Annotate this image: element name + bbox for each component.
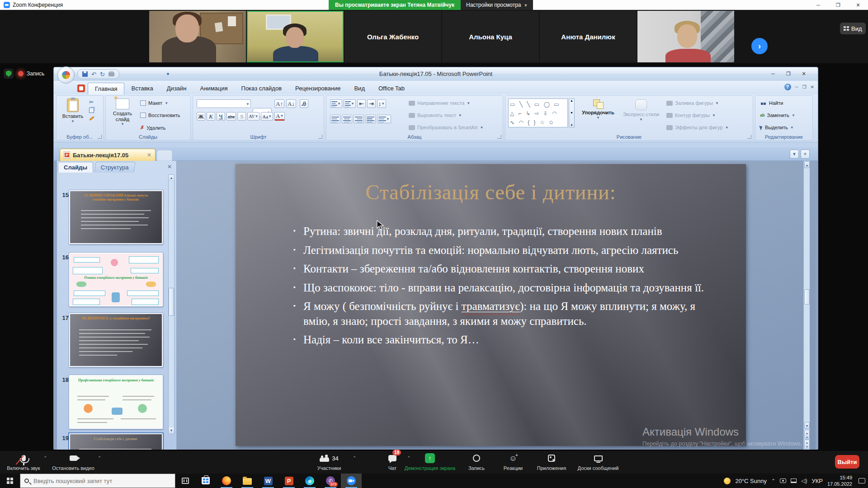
replace-button[interactable]: abЗаменить▼: [760, 113, 795, 118]
name-tile-2[interactable]: Альона Куца: [442, 11, 539, 62]
taskbar-app-store[interactable]: [195, 474, 216, 488]
slide-thumbnail-18[interactable]: Профілактика емоційного вигорання у бать…: [69, 375, 163, 429]
task-view-icon[interactable]: [182, 478, 189, 484]
tab-insert[interactable]: Вставка: [124, 83, 160, 94]
shape-fill-button[interactable]: Заливка фигуры▼: [666, 100, 719, 106]
shapes-gallery[interactable]: ▭ ╲ ╲ ▭ ◯ ▭△ ⌐ ↳ ⇨ ⇩ ◠∿ ◠ { } ☆ ✩: [508, 99, 568, 127]
italic-button[interactable]: К: [207, 112, 215, 121]
video-tile-2-active-speaker[interactable]: [247, 11, 344, 62]
panel-tab-slides[interactable]: Слайды: [58, 162, 93, 173]
language-indicator[interactable]: УКР: [811, 478, 823, 484]
tab-view[interactable]: Вид: [347, 83, 372, 94]
taskbar-clock[interactable]: 15:49 17.05.2022: [827, 474, 852, 488]
previous-slide-button[interactable]: ▲▲: [804, 430, 810, 439]
share-screen-button[interactable]: ↑ Демонстрация экрана: [401, 453, 459, 471]
panel-scrollbar[interactable]: ▲ ▼: [168, 174, 175, 434]
mic-options-icon[interactable]: ⌃: [43, 455, 47, 460]
panel-tab-outline[interactable]: Структура: [94, 162, 135, 173]
taskbar-app-explorer[interactable]: [237, 474, 258, 488]
align-right-button[interactable]: [354, 115, 364, 123]
action-center-icon[interactable]: [859, 478, 865, 483]
justify-button[interactable]: [365, 115, 376, 123]
align-left-button[interactable]: [330, 115, 340, 123]
ppt-minimize-button[interactable]: ─: [765, 69, 781, 78]
dialog-launcher-icon[interactable]: [318, 135, 322, 139]
current-slide[interactable]: Стабілізація себе і дитини: ▪Рутина: зви…: [236, 164, 746, 446]
text-direction-button[interactable]: Направление текста▼: [409, 100, 470, 106]
align-text-button[interactable]: Выровнять текст▼: [409, 113, 462, 118]
reactions-button[interactable]: ☺+ Реакции: [497, 453, 529, 471]
align-center-button[interactable]: [342, 115, 352, 123]
record-button[interactable]: Запись: [462, 453, 491, 471]
help-icon[interactable]: ?: [784, 84, 791, 90]
slide-scrollbar-thumb[interactable]: [804, 289, 810, 305]
taskbar-app-edge[interactable]: e: [299, 474, 320, 488]
slide-scrollbar[interactable]: ▲ ▼ ▲▲ ▼▼: [803, 161, 810, 450]
shapes-gallery-scrollbar[interactable]: ▲▼▾: [569, 99, 575, 127]
taskbar-app-viber[interactable]: ✆372: [320, 474, 341, 488]
weather-sun-icon[interactable]: [724, 478, 731, 484]
line-spacing-button[interactable]: ↕▼: [377, 99, 386, 108]
video-options-icon[interactable]: ⌃: [98, 455, 101, 460]
tab-office-tab[interactable]: Office Tab: [372, 83, 411, 94]
numbering-button[interactable]: ▼: [344, 99, 356, 108]
panel-scrollbar-thumb[interactable]: [169, 288, 174, 316]
change-case-button[interactable]: Aa▼: [261, 112, 273, 121]
video-tile-3[interactable]: [637, 11, 734, 62]
participants-options-icon[interactable]: ⌃: [353, 455, 356, 460]
shape-effects-button[interactable]: Эффекты для фигур▼: [666, 125, 729, 130]
new-slide-button[interactable]: Создать слайд▼: [108, 99, 137, 126]
bold-button[interactable]: Ж: [197, 112, 205, 121]
font-color-button[interactable]: A▼: [274, 112, 285, 121]
cut-icon[interactable]: ✂: [89, 99, 94, 105]
doc-restore-icon[interactable]: ❐: [802, 84, 807, 89]
ppt-close-button[interactable]: ✕: [796, 69, 811, 78]
taskbar-app-powerpoint[interactable]: P: [278, 474, 299, 488]
find-button[interactable]: Найти: [760, 100, 783, 106]
meet-now-icon[interactable]: [780, 479, 786, 483]
tab-home[interactable]: Главная: [88, 83, 124, 94]
scroll-down-icon[interactable]: ▼: [804, 422, 810, 429]
paste-button[interactable]: Вставить▼: [60, 99, 85, 123]
scroll-up-icon[interactable]: ▲: [169, 175, 174, 181]
shape-outline-button[interactable]: Контур фигуры▼: [666, 113, 716, 118]
smartart-button[interactable]: Преобразовать в SmartArt▼: [409, 125, 483, 130]
quick-styles-button[interactable]: Экспресс-стили▼: [619, 99, 663, 122]
character-spacing-button[interactable]: AV▼: [247, 112, 259, 121]
layout-button[interactable]: Макет▼: [140, 100, 168, 106]
next-slide-button[interactable]: ▼▼: [804, 440, 810, 449]
slide-thumbnail-17[interactable]: ЯК ВПОРАТИСЬ із емоційним вигоранням?: [69, 313, 163, 367]
slide-thumbnail-15[interactable]: ЗА ЯКИМИ ОЗНАКАМИ близькі можутьемоційне…: [69, 190, 163, 244]
new-document-tab[interactable]: [157, 150, 172, 161]
qat-customize-icon[interactable]: ▼: [166, 72, 170, 76]
minimize-button[interactable]: ─: [808, 0, 828, 10]
text-shadow-button[interactable]: S: [237, 112, 246, 121]
tab-design[interactable]: Дизайн: [160, 83, 193, 94]
undo-icon[interactable]: ↶: [91, 71, 96, 77]
panel-close-icon[interactable]: ✕: [167, 164, 172, 170]
dialog-launcher-icon[interactable]: [497, 135, 501, 139]
decrease-indent-button[interactable]: ⇤: [357, 99, 366, 108]
redo-icon[interactable]: ↻: [100, 71, 105, 77]
slide-thumbnail-16[interactable]: Ознаки емоційного вигорання у батьків: [69, 253, 163, 306]
name-tile-3[interactable]: Анюта Данилюк: [540, 11, 637, 62]
volume-icon[interactable]: ◁): [801, 478, 807, 484]
bullets-button[interactable]: ▼: [330, 99, 342, 108]
delete-button[interactable]: ✗Удалить: [140, 125, 165, 131]
name-tile-1[interactable]: Ольга Жабенко: [344, 11, 441, 62]
ppt-restore-button[interactable]: ❐: [781, 69, 796, 78]
format-painter-icon[interactable]: [89, 116, 94, 121]
grow-font-button[interactable]: A↑: [274, 99, 284, 108]
taskbar-app-zoom[interactable]: [341, 474, 362, 488]
stop-video-button[interactable]: Остановить видео: [51, 453, 96, 471]
doc-close-icon[interactable]: ✕: [811, 84, 814, 89]
tab-review[interactable]: Рецензирование: [288, 83, 347, 94]
start-button[interactable]: [0, 474, 20, 488]
clear-formatting-button[interactable]: Ꭿ: [300, 99, 308, 108]
network-icon[interactable]: [791, 479, 797, 483]
close-button[interactable]: ✕: [848, 0, 868, 10]
whiteboards-button[interactable]: Доски сообщений: [571, 453, 625, 471]
reset-button[interactable]: Восстановить: [140, 113, 180, 118]
columns-button[interactable]: ▼: [377, 115, 391, 123]
office-button[interactable]: [57, 66, 75, 84]
